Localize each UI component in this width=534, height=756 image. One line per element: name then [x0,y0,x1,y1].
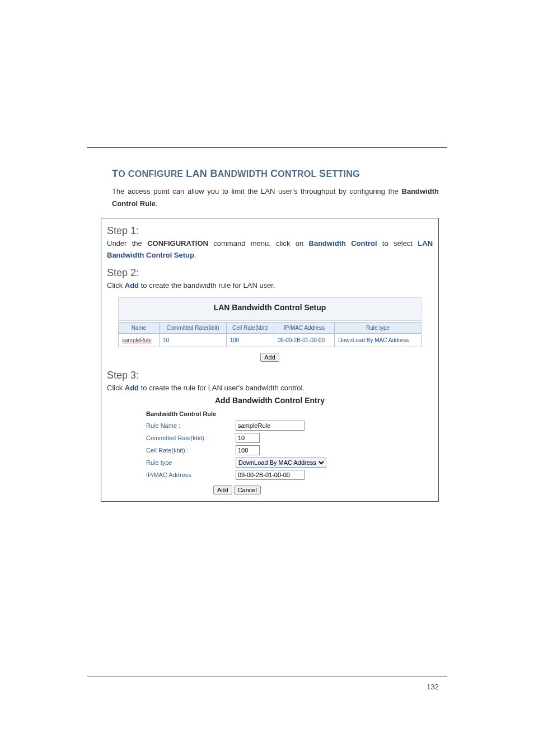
step3-text: Click Add to create the rule for LAN use… [107,382,433,394]
cell-committed: 10 [160,333,227,347]
col-name: Name [119,322,160,333]
steps-box: Step 1: Under the CONFIGURATION command … [101,218,439,502]
top-rule [87,147,447,148]
section-heading: TO CONFIGURE LAN BANDWIDTH CONTROL SETTI… [112,168,439,180]
rule-name-input[interactable] [236,421,305,431]
table-row: sampleRule 10 100 09-00-2B-01-00-00 Down… [119,333,421,347]
step3-label: Step 3: [107,370,433,381]
ceil-label: Ceil Rate(kbit) : [146,447,236,454]
lan-setup-panel: LAN Bandwidth Control Setup Name Committ… [118,297,421,362]
col-ipmac: IP/MAC Address [274,322,334,333]
lan-add-button[interactable]: Add [260,353,279,362]
entry-title: Add Bandwidth Control Entry [107,396,433,405]
ipmac-input[interactable] [236,470,305,480]
lan-table: Name Committed Rate(kbit) Ceil Rate(kbit… [118,322,421,347]
entry-form: Bandwidth Control Rule Rule Name : Commi… [146,410,430,494]
cell-ceil: 100 [226,333,274,347]
step1-label: Step 1: [107,225,433,237]
col-ruletype: Rule type [335,322,421,333]
step1-text: Under the CONFIGURATION command menu, cl… [107,238,433,262]
rule-type-select[interactable]: DownLoad By MAC Address [236,458,326,468]
rule-name-label: Rule Name : [146,422,236,429]
entry-add-button[interactable]: Add [213,486,232,494]
page-number: 132 [427,683,439,691]
committed-label: Committed Rate(kbit) : [146,435,236,441]
cell-name[interactable]: sampleRule [119,333,160,347]
intro-post: . [156,199,158,208]
ceil-input[interactable] [236,445,260,455]
lan-setup-title: LAN Bandwidth Control Setup [214,303,326,312]
intro-pre: The access point can allow you to limit … [112,187,402,195]
entry-subhead: Bandwidth Control Rule [146,410,430,417]
step2-text: Click Add to create the bandwidth rule f… [107,280,433,292]
ipmac-label: IP/MAC Address [146,472,236,478]
lan-setup-titlebar: LAN Bandwidth Control Setup [118,297,421,321]
cell-ipmac: 09-00-2B-01-00-00 [274,333,334,347]
committed-input[interactable] [236,433,260,443]
cell-ruletype: DownLoad By MAC Address [335,333,421,347]
step2-label: Step 2: [107,267,433,279]
intro-text: The access point can allow you to limit … [112,185,439,210]
rule-type-label: Rule type [146,459,236,466]
col-ceil: Ceil Rate(kbit) [226,322,274,333]
col-committed: Committed Rate(kbit) [160,322,227,333]
bottom-rule [87,676,447,676]
entry-cancel-button[interactable]: Cancel [234,486,261,494]
